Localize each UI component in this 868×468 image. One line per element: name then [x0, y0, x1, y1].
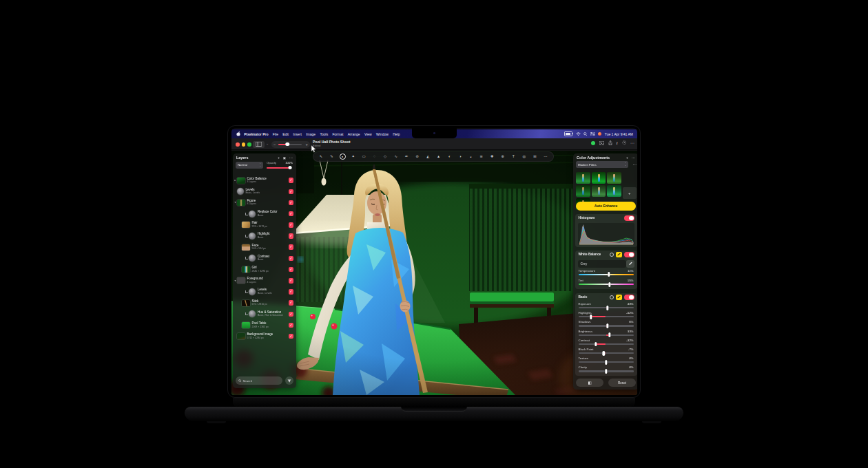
menu-item[interactable]: Window — [374, 132, 391, 136]
menu-item[interactable]: Insert — [291, 132, 304, 136]
layer-thumbnail[interactable] — [249, 211, 256, 217]
disclosure-triangle[interactable]: ▾ — [234, 201, 237, 204]
layer-visibility-checkbox[interactable]: ✓ — [289, 267, 294, 273]
layer-thumbnail[interactable] — [237, 188, 244, 195]
layer-visibility-checkbox[interactable]: ✓ — [289, 289, 294, 295]
layer-thumbnail[interactable] — [237, 333, 245, 339]
layer-visibility-checkbox[interactable]: ✓ — [289, 278, 294, 284]
sidebar-toggle-button[interactable] — [253, 141, 265, 148]
export-icon[interactable] — [608, 140, 612, 145]
tool-fill[interactable]: ◭ — [425, 153, 431, 160]
slider-track[interactable] — [579, 284, 634, 285]
preset-2[interactable] — [592, 172, 606, 184]
slider-thumb[interactable] — [606, 323, 608, 328]
blend-mode-select[interactable]: Normal ⌃⌄ — [236, 162, 263, 169]
layer-thumbnail[interactable] — [237, 178, 245, 184]
reset-button[interactable]: Reset — [608, 379, 636, 387]
layers-search-input[interactable]: Search — [236, 376, 282, 385]
layer-thumbnail[interactable] — [237, 200, 245, 206]
auto-enhance-button[interactable]: Auto Enhance — [576, 202, 636, 211]
layer-contrast[interactable]: Contrast Basic ✓ — [233, 253, 296, 264]
tool-clone[interactable]: ◐ — [446, 153, 453, 160]
menu-item[interactable]: File — [271, 132, 280, 136]
tool-move[interactable]: ↖ — [318, 153, 324, 160]
layer-face[interactable]: Face 503 × 534 px ✓ — [233, 242, 296, 253]
layer-visibility-checkbox[interactable]: ✓ — [289, 334, 294, 339]
layer-thumbnail[interactable] — [242, 266, 250, 273]
tool-pin[interactable]: ⊕ — [499, 153, 506, 160]
menu-item[interactable]: Tools — [318, 132, 330, 136]
preset-6[interactable] — [607, 185, 621, 197]
slider-track[interactable] — [579, 361, 634, 363]
preset-5[interactable] — [592, 185, 606, 197]
more-options-icon[interactable]: ⋯ — [630, 141, 634, 145]
layer-thumbnail[interactable] — [242, 244, 250, 251]
slider-thumb[interactable] — [603, 351, 605, 356]
slider-thumb[interactable] — [605, 369, 607, 374]
opacity-slider-thumb[interactable] — [289, 166, 292, 169]
layer-thumbnail[interactable] — [242, 322, 250, 328]
history-icon[interactable] — [622, 140, 627, 145]
layer-highlight[interactable]: Highlight Basic ✓ — [233, 231, 296, 242]
ml-enhance-icon[interactable] — [616, 295, 622, 300]
slider-track[interactable] — [579, 325, 634, 326]
window-title-bar[interactable]: ⌄ − + Pool Hall Photo Shoot Edited i ⋯ — [231, 138, 637, 150]
layer-background-image[interactable]: Background Image 5712 × 4284 px ✓ — [233, 331, 296, 342]
siri-icon[interactable] — [598, 132, 601, 136]
layer-visibility-checkbox[interactable]: ✓ — [289, 211, 294, 217]
layer-visibility-checkbox[interactable]: ✓ — [289, 233, 294, 239]
layer-visibility-checkbox[interactable]: ✓ — [289, 222, 294, 228]
tool-type[interactable]: T — [510, 153, 517, 160]
layer-thumbnail[interactable] — [249, 255, 256, 262]
slider-track[interactable] — [579, 370, 634, 372]
layer-visibility-checkbox[interactable]: ✓ — [289, 244, 294, 250]
zoom-out-icon[interactable]: − — [271, 142, 278, 147]
preset-4[interactable] — [576, 185, 590, 197]
layer-levels[interactable]: Levels Basic, Levels ✓ — [233, 186, 296, 197]
slider-track[interactable] — [579, 352, 634, 354]
layer-levels-2[interactable]: Levels Basic, Levels ✓ — [233, 286, 296, 297]
layer-foreground[interactable]: ▾ Foreground 4 Layers ✓ — [233, 275, 296, 286]
menu-item[interactable]: Edit — [280, 132, 291, 136]
slider-thumb[interactable] — [608, 272, 610, 277]
zoom-slider-thumb[interactable] — [285, 142, 289, 147]
layer-thumbnail[interactable] — [242, 300, 250, 306]
zoom-in-icon[interactable]: + — [303, 142, 310, 147]
canvas-area[interactable]: ↖✎●✦▭◌◇∿✏⊘◭▲◐◑◒≋✚⊕T◎⊞⋯ Layers + ▣ ⋯ Norm… — [231, 151, 637, 395]
slider-track[interactable] — [579, 307, 634, 308]
layer-stick[interactable]: Stick 676 × 2810 px ✓ — [233, 297, 296, 308]
chevron-down-icon[interactable]: ⌄ — [266, 141, 269, 145]
tool-crop[interactable]: ▭ — [361, 153, 367, 160]
layer-thumbnail[interactable] — [237, 277, 245, 284]
slider-thumb[interactable] — [595, 342, 597, 347]
slider-thumb[interactable] — [605, 360, 607, 365]
compare-button[interactable]: ◧ — [576, 379, 603, 387]
tool-quick-select[interactable]: ◇ — [382, 153, 389, 160]
layer-hair[interactable]: Hair 993 × 1679 px ✓ — [233, 220, 296, 231]
apple-logo-icon[interactable] — [236, 131, 240, 136]
add-adjustment-icon[interactable]: + — [626, 156, 628, 160]
opacity-slider[interactable] — [267, 167, 292, 169]
slider-track[interactable] — [579, 274, 634, 275]
spotlight-search-icon[interactable] — [583, 132, 588, 136]
layers-more-icon[interactable]: ⋯ — [289, 156, 293, 160]
tool-free-select[interactable]: ∿ — [393, 153, 399, 160]
layer-girl[interactable]: Girl 2845 × 3296 px ✓ — [233, 264, 296, 275]
menu-item[interactable]: View — [362, 132, 374, 136]
tool-more[interactable]: ⋯ — [542, 153, 548, 160]
layer-thumbnail[interactable] — [249, 233, 256, 240]
tool-effects[interactable]: ✦ — [350, 153, 356, 160]
tool-draw[interactable]: ✏ — [404, 153, 410, 160]
color-profile-dot[interactable] — [591, 141, 595, 145]
slider-thumb[interactable] — [608, 282, 610, 287]
add-layer-icon[interactable]: + — [278, 156, 280, 160]
layer-pool-table[interactable]: Pool Table 2069 × 1365 px ✓ — [233, 319, 296, 330]
tool-erase[interactable]: ⊘ — [414, 153, 420, 160]
layer-hue-saturation[interactable]: Hue & Saturation Basic, Hue & Saturation… — [233, 308, 296, 319]
slider-thumb[interactable] — [608, 332, 610, 337]
ml-enhance-icon[interactable] — [616, 252, 622, 257]
preset-select[interactable]: Modern Films ⌃⌄ — [576, 161, 628, 168]
zoom-slider[interactable]: − + — [271, 141, 310, 148]
tool-gradient[interactable]: ▲ — [435, 153, 442, 160]
preset-more-icon[interactable]: ⋯ — [633, 162, 637, 167]
